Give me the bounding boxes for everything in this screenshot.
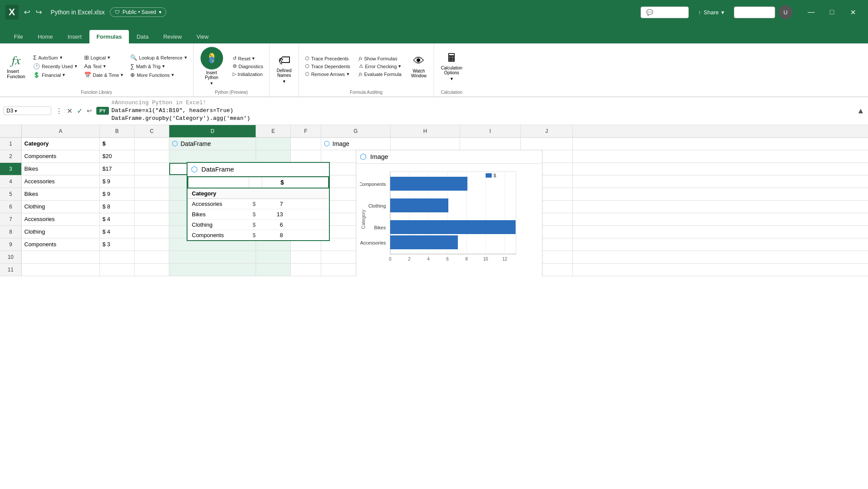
col-header-G[interactable]: G: [321, 125, 391, 137]
cell-A11[interactable]: [22, 264, 100, 276]
cell-F10[interactable]: [291, 251, 321, 263]
row-header-9[interactable]: 9: [0, 238, 22, 251]
cell-B2[interactable]: $20: [100, 150, 135, 162]
cell-A3[interactable]: Bikes: [22, 163, 100, 175]
share-dropdown-icon[interactable]: ▾: [721, 9, 724, 16]
cell-D10[interactable]: [169, 251, 256, 263]
evaluate-formula-button[interactable]: 𝑓𝑥 Evaluate Formula: [356, 70, 404, 78]
insert-python-button[interactable]: InsertPython ▾: [197, 45, 227, 87]
col-header-C[interactable]: C: [135, 125, 169, 137]
insert-function-button[interactable]: 𝑓𝑥 InsertFunction: [3, 52, 29, 81]
financial-button[interactable]: 💲 Financial ▾: [30, 71, 80, 79]
row-header-6[interactable]: 6: [0, 201, 22, 213]
tab-formulas[interactable]: Formulas: [89, 30, 129, 43]
more-functions-button[interactable]: ⊕ More Functions ▾: [128, 71, 189, 79]
financial-dropdown[interactable]: ▾: [62, 72, 65, 78]
cell-A5[interactable]: Bikes: [22, 188, 100, 200]
row-header-4[interactable]: 4: [0, 175, 22, 188]
reset-button[interactable]: ↺ Reset ▾: [230, 55, 266, 62]
cell-A4[interactable]: Accessories: [22, 175, 100, 188]
share-button[interactable]: ↑ Share ▾: [692, 7, 730, 18]
recently-used-dropdown[interactable]: ▾: [75, 63, 77, 69]
cell-A10[interactable]: [22, 251, 100, 263]
chevron-down-icon[interactable]: ▾: [159, 9, 161, 15]
cell-B11[interactable]: [100, 264, 135, 276]
close-button[interactable]: ✕: [843, 5, 863, 19]
autosum-dropdown[interactable]: ▾: [60, 55, 62, 60]
col-header-I[interactable]: I: [460, 125, 521, 137]
cell-C11[interactable]: [135, 264, 169, 276]
math-dropdown[interactable]: ▾: [162, 63, 165, 69]
cell-C2[interactable]: [135, 150, 169, 162]
function-wizard-icon[interactable]: ↩: [85, 106, 94, 115]
cell-ref-dropdown[interactable]: ▾: [15, 109, 17, 113]
row-header-5[interactable]: 5: [0, 188, 22, 200]
reset-dropdown[interactable]: ▾: [252, 56, 255, 61]
cell-A2[interactable]: Components: [22, 150, 100, 162]
formula-expand-icon[interactable]: ▲: [857, 106, 865, 116]
cell-I1[interactable]: [460, 138, 521, 150]
remove-arrows-dropdown[interactable]: ▾: [347, 71, 349, 77]
cell-C3[interactable]: [135, 163, 169, 175]
row-header-8[interactable]: 8: [0, 226, 22, 238]
row-header-3[interactable]: 3: [0, 163, 22, 175]
cell-E1[interactable]: [256, 138, 291, 150]
cell-G1[interactable]: ⬡ Image: [321, 138, 391, 150]
text-dropdown[interactable]: ▾: [103, 63, 106, 69]
datetime-dropdown[interactable]: ▾: [121, 72, 123, 78]
row-header-10[interactable]: 10: [0, 251, 22, 263]
more-functions-dropdown[interactable]: ▾: [171, 72, 174, 78]
datetime-button[interactable]: 📅 Date & Time ▾: [82, 71, 126, 79]
cell-A8[interactable]: Clothing: [22, 226, 100, 238]
error-checking-dropdown[interactable]: ▾: [398, 63, 401, 69]
catchup-button[interactable]: ≋ Catch up: [734, 7, 775, 18]
row-header-11[interactable]: 11: [0, 264, 22, 276]
cell-E2[interactable]: [256, 150, 291, 162]
tab-view[interactable]: View: [190, 30, 216, 43]
cell-A6[interactable]: Clothing: [22, 201, 100, 213]
formula-content[interactable]: #Announcing Python in Excel! DataFrame=x…: [112, 99, 854, 123]
lookup-button[interactable]: 🔍 Lookup & Reference ▾: [128, 53, 189, 62]
math-button[interactable]: ∑ Math & Trig ▾: [128, 62, 189, 70]
tab-insert[interactable]: Insert: [61, 30, 89, 43]
cell-J1[interactable]: [521, 138, 573, 150]
comments-button[interactable]: 💬 Comments: [641, 7, 689, 18]
cell-B3[interactable]: $17: [100, 163, 135, 175]
cell-B6[interactable]: $ 8: [100, 201, 135, 213]
cancel-formula-icon[interactable]: ✕: [65, 106, 74, 116]
col-header-B[interactable]: B: [100, 125, 135, 137]
remove-arrows-button[interactable]: ⬡ Remove Arrows ▾: [302, 70, 353, 78]
defined-names-button[interactable]: 🏷 DefinedNames ▾: [273, 51, 295, 86]
cell-B7[interactable]: $ 4: [100, 213, 135, 225]
cell-B5[interactable]: $ 9: [100, 188, 135, 200]
cell-A7[interactable]: Accessories: [22, 213, 100, 225]
cell-C9[interactable]: [135, 238, 169, 251]
cell-reference-box[interactable]: D3 ▾: [3, 106, 51, 115]
undo-button[interactable]: ↩: [24, 7, 30, 17]
tab-review[interactable]: Review: [156, 30, 189, 43]
cell-A9[interactable]: Components: [22, 238, 100, 251]
row-header-7[interactable]: 7: [0, 213, 22, 225]
cell-C8[interactable]: [135, 226, 169, 238]
col-header-E[interactable]: E: [256, 125, 291, 137]
cell-C7[interactable]: [135, 213, 169, 225]
cell-B10[interactable]: [100, 251, 135, 263]
cell-A1[interactable]: Category: [22, 138, 100, 150]
cell-C1[interactable]: [135, 138, 169, 150]
corner-cell[interactable]: [0, 125, 22, 137]
show-formulas-button[interactable]: 𝑓𝑥 Show Formulas: [356, 55, 404, 62]
logical-button[interactable]: ⊞ Logical ▾: [82, 53, 126, 62]
tab-data[interactable]: Data: [130, 30, 155, 43]
cell-C5[interactable]: [135, 188, 169, 200]
cell-C6[interactable]: [135, 201, 169, 213]
cell-C4[interactable]: [135, 175, 169, 188]
cell-F2[interactable]: [291, 150, 321, 162]
diagnostics-button[interactable]: ⚙ Diagnostics: [230, 63, 266, 70]
col-header-A[interactable]: A: [22, 125, 100, 137]
cell-C10[interactable]: [135, 251, 169, 263]
redo-button[interactable]: ↩: [36, 7, 42, 17]
cell-E11[interactable]: [256, 264, 291, 276]
cell-E10[interactable]: [256, 251, 291, 263]
tab-file[interactable]: File: [7, 30, 30, 43]
row-header-2[interactable]: 2: [0, 150, 22, 162]
